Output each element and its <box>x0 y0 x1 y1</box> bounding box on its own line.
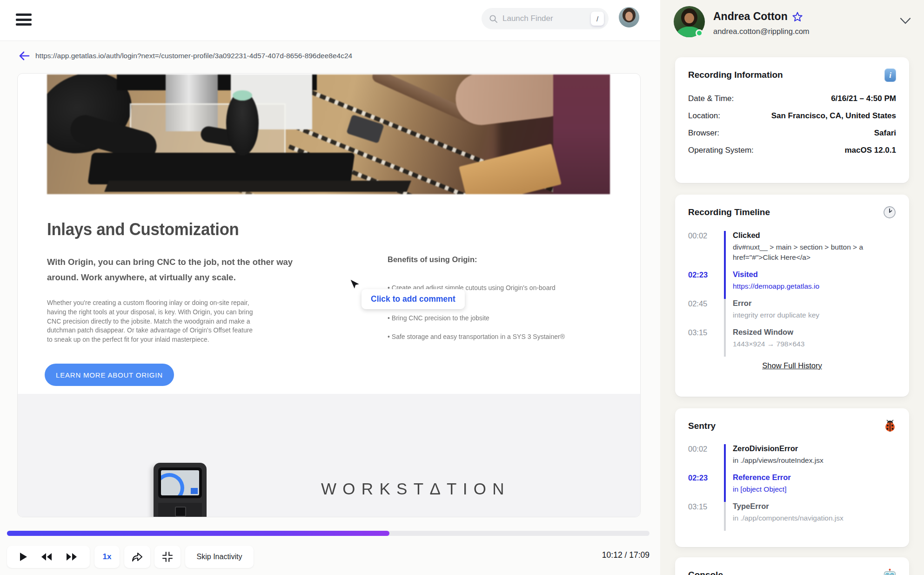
rewind-icon <box>40 553 53 561</box>
playback-time-display: 10:12 / 17:09 <box>602 550 649 560</box>
topbar-user-avatar[interactable] <box>619 7 639 27</box>
timeline-event-clicked[interactable]: 00:02 Clickeddiv#nuxt__ > main > section… <box>688 231 896 270</box>
timeline-event-error[interactable]: 02:45 Errorintegrity error duplicate key <box>688 299 896 328</box>
console-title: Console <box>688 568 723 575</box>
search-icon <box>489 14 498 23</box>
recording-information-card: Recording Information i Date & Time: 6/1… <box>675 57 909 183</box>
recording-timeline-card: Recording Timeline 00:02 Clickeddiv#nuxt… <box>675 195 909 397</box>
playback-scrubber[interactable] <box>7 531 649 536</box>
collapse-view-button[interactable] <box>154 546 181 568</box>
fast-forward-icon <box>66 553 78 561</box>
fast-forward-button[interactable] <box>66 553 78 561</box>
recorded-page-url: https://app.getatlas.io/auth/login?next=… <box>35 52 352 60</box>
player-controls: 1x Skip Inactivity 10:12 / 17:09 <box>0 546 660 568</box>
comment-tooltip-label: Click to add comment <box>371 294 455 304</box>
top-bar: Launch Finder / <box>0 0 660 41</box>
sentry-event-zerodivision[interactable]: 00:02 ZeroDivisionErrorin ./app/views/ro… <box>688 444 896 473</box>
url-bar: https://app.getatlas.io/auth/login?next=… <box>0 47 660 65</box>
ladybug-icon <box>884 419 896 432</box>
console-card: Console <box>675 557 909 575</box>
favorite-star-icon[interactable] <box>792 12 803 21</box>
recorded-cursor-icon <box>349 278 361 291</box>
search-placeholder: Launch Finder <box>502 14 591 23</box>
share-button[interactable] <box>124 546 150 568</box>
visitor-profile-header: Andrea Cotton andrea.cotton@rippling.com <box>660 0 924 51</box>
visitor-name: Andrea Cotton <box>713 10 788 23</box>
benefit-item: Safe storage and easy transportation in … <box>388 331 612 343</box>
recorded-webpage: Inlays and Customization With Origin, yo… <box>18 74 640 517</box>
recording-timeline-title: Recording Timeline <box>688 206 770 217</box>
timeline-event-visited[interactable]: 02:23 Visitedhttps://demoapp.getatlas.io <box>688 270 896 299</box>
webpage-footer-section: WORKSTΔTION <box>18 394 641 517</box>
learn-more-button: LEARN MORE ABOUT ORIGIN <box>45 364 174 386</box>
online-status-dot <box>696 29 703 37</box>
recording-information-title: Recording Information <box>688 68 783 80</box>
webpage-intro-text: With Origin, you can bring CNC to the jo… <box>47 254 310 285</box>
sentry-title: Sentry <box>688 419 716 431</box>
workstation-logo: WORKSTΔTION <box>321 480 510 498</box>
collapse-sidebar-chevron-icon[interactable] <box>900 18 911 24</box>
sentry-event-reference[interactable]: 02:23 Reference Errorin [object Object] <box>688 473 896 502</box>
info-row-date-time: Date & Time: 6/16/21 – 4:50 PM <box>688 94 896 103</box>
benefits-title: Benefits of using Origin: <box>388 255 477 264</box>
hamburger-menu-button[interactable] <box>16 12 33 27</box>
hero-photo-woodworking <box>47 74 610 194</box>
webpage-heading: Inlays and Customization <box>47 220 239 239</box>
robot-icon <box>884 568 896 575</box>
play-icon <box>19 552 27 561</box>
collapse-icon <box>161 551 174 563</box>
play-button[interactable] <box>19 552 27 561</box>
info-row-location: Location: San Francisco, CA, United Stat… <box>688 111 896 121</box>
info-icon: i <box>884 68 896 82</box>
launch-finder-search[interactable]: Launch Finder / <box>482 8 609 29</box>
timeline-event-resized[interactable]: 03:15 Resized Window1443×924 → 798×643 <box>688 328 896 357</box>
replay-viewport[interactable]: Inlays and Customization With Origin, yo… <box>17 73 641 517</box>
visitor-email: andrea.cotton@rippling.com <box>713 27 810 36</box>
share-icon <box>132 552 143 562</box>
webpage-paragraph: Whether you're creating a custom floorin… <box>47 298 257 345</box>
clock-icon <box>883 206 896 219</box>
details-sidebar: Andrea Cotton andrea.cotton@rippling.com… <box>660 0 924 575</box>
sentry-event-typeerror[interactable]: 03:15 TypeErrorin ./app/components/navig… <box>688 502 896 531</box>
rewind-button[interactable] <box>40 553 53 561</box>
info-row-browser: Browser: Safari <box>688 129 896 138</box>
benefit-item: Bring CNC precision to the jobsite <box>388 312 612 324</box>
sentry-card: Sentry 00:02 ZeroDivisionErrorin ./app/v… <box>675 408 909 547</box>
comment-tooltip[interactable]: Click to add comment <box>362 289 465 309</box>
playback-speed-button[interactable]: 1x <box>94 546 120 568</box>
transport-button-group <box>7 546 90 568</box>
back-arrow-icon[interactable] <box>19 51 30 61</box>
player-panel: Launch Finder / https://app.getatlas.io/… <box>0 0 660 575</box>
info-row-os: Operating System: macOS 12.0.1 <box>688 146 896 155</box>
search-shortcut-key: / <box>591 12 604 26</box>
show-full-history-link[interactable]: Show Full History <box>762 361 822 370</box>
playback-progress-fill <box>7 531 389 536</box>
router-device-image <box>151 463 209 517</box>
skip-inactivity-button[interactable]: Skip Inactivity <box>185 546 254 568</box>
